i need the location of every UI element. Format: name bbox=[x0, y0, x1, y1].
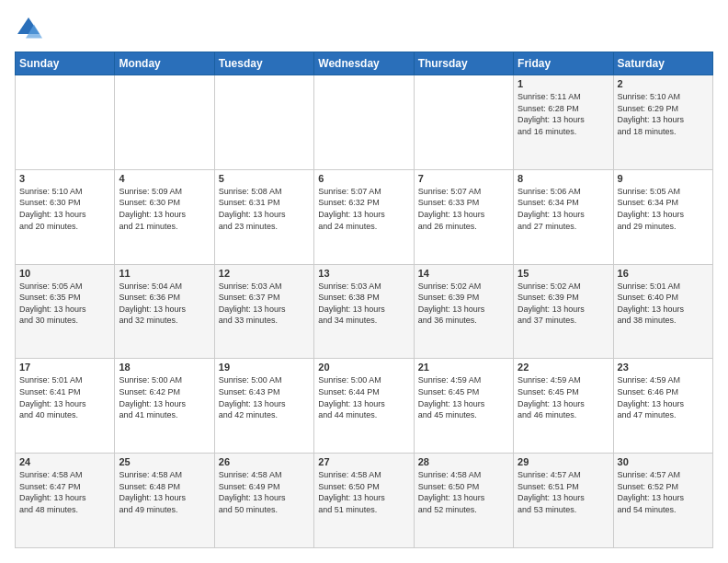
cell-content: Sunrise: 5:05 AM Sunset: 6:35 PM Dayligh… bbox=[19, 281, 110, 327]
cell-content: Sunrise: 4:57 AM Sunset: 6:51 PM Dayligh… bbox=[518, 469, 609, 515]
cell-content: Sunrise: 5:01 AM Sunset: 6:40 PM Dayligh… bbox=[618, 281, 709, 327]
day-number: 22 bbox=[518, 362, 609, 373]
calendar-cell: 16Sunrise: 5:01 AM Sunset: 6:40 PM Dayli… bbox=[613, 264, 712, 359]
cell-content: Sunrise: 5:04 AM Sunset: 6:36 PM Dayligh… bbox=[119, 281, 210, 327]
calendar-cell bbox=[214, 75, 313, 170]
cell-content: Sunrise: 4:58 AM Sunset: 6:50 PM Dayligh… bbox=[418, 469, 509, 515]
day-number: 29 bbox=[518, 456, 609, 467]
calendar-cell: 2Sunrise: 5:10 AM Sunset: 6:29 PM Daylig… bbox=[613, 75, 712, 170]
cell-content: Sunrise: 5:10 AM Sunset: 6:30 PM Dayligh… bbox=[19, 186, 110, 232]
cell-content: Sunrise: 4:58 AM Sunset: 6:48 PM Dayligh… bbox=[119, 469, 210, 515]
day-number: 9 bbox=[618, 173, 709, 184]
calendar-cell: 30Sunrise: 4:57 AM Sunset: 6:52 PM Dayli… bbox=[613, 454, 712, 548]
column-header-sunday: Sunday bbox=[16, 52, 115, 75]
calendar-week-4: 17Sunrise: 5:01 AM Sunset: 6:41 PM Dayli… bbox=[16, 359, 713, 454]
day-number: 8 bbox=[518, 173, 609, 184]
calendar-cell: 26Sunrise: 4:58 AM Sunset: 6:49 PM Dayli… bbox=[214, 454, 313, 548]
calendar-cell: 22Sunrise: 4:59 AM Sunset: 6:45 PM Dayli… bbox=[514, 359, 613, 454]
cell-content: Sunrise: 5:05 AM Sunset: 6:34 PM Dayligh… bbox=[618, 186, 709, 232]
logo-icon bbox=[15, 15, 42, 42]
day-number: 12 bbox=[219, 268, 310, 279]
calendar-cell: 29Sunrise: 4:57 AM Sunset: 6:51 PM Dayli… bbox=[514, 454, 613, 548]
day-number: 27 bbox=[318, 456, 409, 467]
cell-content: Sunrise: 4:59 AM Sunset: 6:45 PM Dayligh… bbox=[418, 374, 509, 420]
cell-content: Sunrise: 4:59 AM Sunset: 6:46 PM Dayligh… bbox=[618, 374, 709, 420]
day-number: 6 bbox=[318, 173, 409, 184]
calendar-cell: 1Sunrise: 5:11 AM Sunset: 6:28 PM Daylig… bbox=[514, 75, 613, 170]
cell-content: Sunrise: 4:58 AM Sunset: 6:47 PM Dayligh… bbox=[19, 469, 110, 515]
calendar-cell: 27Sunrise: 4:58 AM Sunset: 6:50 PM Dayli… bbox=[314, 454, 414, 548]
calendar-cell: 15Sunrise: 5:02 AM Sunset: 6:39 PM Dayli… bbox=[514, 264, 613, 359]
cell-content: Sunrise: 5:11 AM Sunset: 6:28 PM Dayligh… bbox=[518, 91, 609, 137]
day-number: 7 bbox=[418, 173, 509, 184]
calendar-cell: 20Sunrise: 5:00 AM Sunset: 6:44 PM Dayli… bbox=[314, 359, 414, 454]
calendar-cell: 7Sunrise: 5:07 AM Sunset: 6:33 PM Daylig… bbox=[414, 169, 513, 264]
day-number: 2 bbox=[618, 78, 709, 89]
cell-content: Sunrise: 5:02 AM Sunset: 6:39 PM Dayligh… bbox=[418, 281, 509, 327]
calendar-cell: 10Sunrise: 5:05 AM Sunset: 6:35 PM Dayli… bbox=[16, 264, 115, 359]
cell-content: Sunrise: 4:58 AM Sunset: 6:50 PM Dayligh… bbox=[318, 469, 409, 515]
cell-content: Sunrise: 5:03 AM Sunset: 6:37 PM Dayligh… bbox=[219, 281, 310, 327]
cell-content: Sunrise: 5:01 AM Sunset: 6:41 PM Dayligh… bbox=[19, 374, 110, 420]
column-header-thursday: Thursday bbox=[414, 52, 513, 75]
calendar-cell: 28Sunrise: 4:58 AM Sunset: 6:50 PM Dayli… bbox=[414, 454, 513, 548]
day-number: 11 bbox=[119, 268, 210, 279]
cell-content: Sunrise: 5:02 AM Sunset: 6:39 PM Dayligh… bbox=[518, 281, 609, 327]
calendar-table: SundayMondayTuesdayWednesdayThursdayFrid… bbox=[15, 52, 713, 548]
calendar-cell: 5Sunrise: 5:08 AM Sunset: 6:31 PM Daylig… bbox=[214, 169, 313, 264]
column-header-monday: Monday bbox=[115, 52, 214, 75]
calendar-cell: 11Sunrise: 5:04 AM Sunset: 6:36 PM Dayli… bbox=[115, 264, 214, 359]
cell-content: Sunrise: 5:06 AM Sunset: 6:34 PM Dayligh… bbox=[518, 186, 609, 232]
column-header-friday: Friday bbox=[514, 52, 613, 75]
calendar-cell bbox=[414, 75, 513, 170]
calendar-cell: 19Sunrise: 5:00 AM Sunset: 6:43 PM Dayli… bbox=[214, 359, 313, 454]
day-number: 30 bbox=[618, 456, 709, 467]
day-number: 18 bbox=[119, 362, 210, 373]
calendar-cell: 12Sunrise: 5:03 AM Sunset: 6:37 PM Dayli… bbox=[214, 264, 313, 359]
day-number: 21 bbox=[418, 362, 509, 373]
cell-content: Sunrise: 5:07 AM Sunset: 6:33 PM Dayligh… bbox=[418, 186, 509, 232]
calendar-cell: 18Sunrise: 5:00 AM Sunset: 6:42 PM Dayli… bbox=[115, 359, 214, 454]
calendar-cell: 24Sunrise: 4:58 AM Sunset: 6:47 PM Dayli… bbox=[16, 454, 115, 548]
day-number: 1 bbox=[518, 78, 609, 89]
calendar-week-5: 24Sunrise: 4:58 AM Sunset: 6:47 PM Dayli… bbox=[16, 454, 713, 548]
calendar-week-2: 3Sunrise: 5:10 AM Sunset: 6:30 PM Daylig… bbox=[16, 169, 713, 264]
cell-content: Sunrise: 5:00 AM Sunset: 6:42 PM Dayligh… bbox=[119, 374, 210, 420]
day-number: 14 bbox=[418, 268, 509, 279]
calendar-header-row: SundayMondayTuesdayWednesdayThursdayFrid… bbox=[16, 52, 713, 75]
column-header-tuesday: Tuesday bbox=[214, 52, 313, 75]
calendar-cell: 23Sunrise: 4:59 AM Sunset: 6:46 PM Dayli… bbox=[613, 359, 712, 454]
calendar-cell: 14Sunrise: 5:02 AM Sunset: 6:39 PM Dayli… bbox=[414, 264, 513, 359]
cell-content: Sunrise: 5:10 AM Sunset: 6:29 PM Dayligh… bbox=[618, 91, 709, 137]
calendar-cell: 25Sunrise: 4:58 AM Sunset: 6:48 PM Dayli… bbox=[115, 454, 214, 548]
calendar-cell: 3Sunrise: 5:10 AM Sunset: 6:30 PM Daylig… bbox=[16, 169, 115, 264]
day-number: 10 bbox=[19, 268, 110, 279]
cell-content: Sunrise: 4:59 AM Sunset: 6:45 PM Dayligh… bbox=[518, 374, 609, 420]
page: SundayMondayTuesdayWednesdayThursdayFrid… bbox=[0, 0, 728, 563]
column-header-saturday: Saturday bbox=[613, 52, 712, 75]
day-number: 19 bbox=[219, 362, 310, 373]
cell-content: Sunrise: 5:08 AM Sunset: 6:31 PM Dayligh… bbox=[219, 186, 310, 232]
cell-content: Sunrise: 5:03 AM Sunset: 6:38 PM Dayligh… bbox=[318, 281, 409, 327]
calendar-cell: 9Sunrise: 5:05 AM Sunset: 6:34 PM Daylig… bbox=[613, 169, 712, 264]
day-number: 4 bbox=[119, 173, 210, 184]
calendar-cell: 21Sunrise: 4:59 AM Sunset: 6:45 PM Dayli… bbox=[414, 359, 513, 454]
day-number: 3 bbox=[19, 173, 110, 184]
day-number: 28 bbox=[418, 456, 509, 467]
header bbox=[15, 15, 713, 42]
calendar-cell: 13Sunrise: 5:03 AM Sunset: 6:38 PM Dayli… bbox=[314, 264, 414, 359]
calendar-cell: 17Sunrise: 5:01 AM Sunset: 6:41 PM Dayli… bbox=[16, 359, 115, 454]
calendar-cell bbox=[16, 75, 115, 170]
day-number: 20 bbox=[318, 362, 409, 373]
cell-content: Sunrise: 4:57 AM Sunset: 6:52 PM Dayligh… bbox=[618, 469, 709, 515]
calendar-cell bbox=[314, 75, 414, 170]
day-number: 16 bbox=[618, 268, 709, 279]
column-header-wednesday: Wednesday bbox=[314, 52, 414, 75]
cell-content: Sunrise: 5:07 AM Sunset: 6:32 PM Dayligh… bbox=[318, 186, 409, 232]
day-number: 13 bbox=[318, 268, 409, 279]
calendar-cell bbox=[115, 75, 214, 170]
day-number: 15 bbox=[518, 268, 609, 279]
day-number: 23 bbox=[618, 362, 709, 373]
day-number: 24 bbox=[19, 456, 110, 467]
cell-content: Sunrise: 5:09 AM Sunset: 6:30 PM Dayligh… bbox=[119, 186, 210, 232]
